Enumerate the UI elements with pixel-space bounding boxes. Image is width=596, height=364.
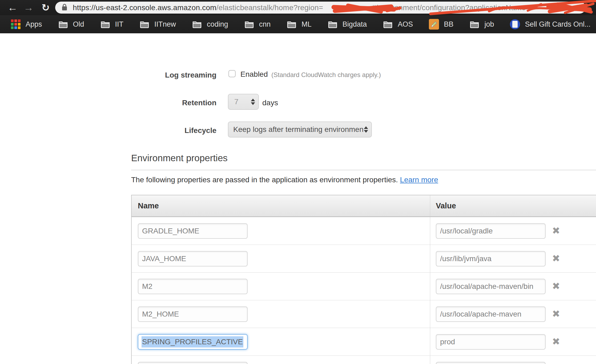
- forward-icon[interactable]: →: [22, 0, 35, 15]
- retention-select[interactable]: 7: [228, 94, 259, 110]
- url-text: https://us-east-2.console.aws.amazon.com…: [73, 3, 558, 12]
- column-divider: [430, 217, 430, 245]
- browser-toolbar: ← → ↻ https://us-east-2.console.aws.amaz…: [0, 0, 596, 15]
- bookmark-label: Old: [73, 20, 84, 29]
- cloudwatch-note: (Standard CloudWatch charges apply.): [271, 71, 381, 79]
- property-name-input[interactable]: [138, 279, 248, 294]
- table-row: ✖: [132, 272, 596, 300]
- property-name-input[interactable]: [138, 251, 248, 266]
- property-name-input[interactable]: [138, 306, 248, 322]
- reload-icon[interactable]: ↻: [39, 0, 52, 15]
- bookmark-item[interactable]: Apps: [11, 20, 42, 29]
- apps-grid-icon: [11, 20, 21, 29]
- folder-icon: [139, 20, 150, 29]
- retention-value: 7: [228, 98, 239, 106]
- bookmark-label: Sell Gift Cards Onl...: [525, 20, 590, 29]
- property-value-input[interactable]: [436, 251, 546, 266]
- learn-more-link[interactable]: Learn more: [400, 176, 438, 184]
- delete-property-icon[interactable]: ✖: [552, 253, 560, 264]
- property-value-input[interactable]: [436, 334, 546, 350]
- property-value-input[interactable]: [436, 223, 546, 239]
- table-row: [132, 355, 596, 364]
- environment-properties-table: Name Value ✖ ✖ ✖ ✖: [131, 195, 596, 364]
- selected-text: SPRING_PROFILES_ACTIVE: [142, 336, 243, 347]
- folder-icon: [469, 20, 480, 29]
- log-streaming-label: Log streaming: [104, 71, 216, 79]
- bookmark-label: job: [484, 20, 494, 29]
- bookmark-item[interactable]: AOS: [383, 20, 413, 29]
- bookmark-item[interactable]: Old: [58, 20, 84, 29]
- bookmark-label: ML: [301, 20, 312, 29]
- folder-icon: [328, 20, 338, 29]
- pencil-icon: [429, 20, 439, 29]
- delete-property-icon[interactable]: ✖: [552, 336, 560, 347]
- giftcard-icon: [510, 20, 520, 29]
- folder-icon: [100, 20, 110, 29]
- bookmarks-bar: AppsOldIITIITnewcodingcnnMLBigdataAOSBBj…: [0, 15, 596, 33]
- table-row: ✖: [132, 217, 596, 245]
- bookmark-label: IIT: [115, 20, 124, 29]
- folder-icon: [383, 20, 393, 29]
- bookmark-label: cnn: [259, 20, 271, 29]
- column-divider: [430, 245, 430, 272]
- lifecycle-value: Keep logs after terminating environmen: [228, 125, 364, 134]
- bookmark-label: Bigdata: [343, 20, 367, 29]
- section-divider: [131, 170, 596, 170]
- bookmark-item[interactable]: IITnew: [139, 20, 176, 29]
- property-value-input[interactable]: [436, 279, 546, 294]
- delete-property-icon[interactable]: ✖: [552, 225, 560, 236]
- column-divider: [430, 300, 430, 328]
- url-path: /elasticbeanstalk/home?region=: [216, 3, 323, 12]
- delete-property-icon[interactable]: ✖: [552, 308, 560, 319]
- url-fragment: #/environment/configuration?applicationN…: [372, 3, 526, 12]
- folder-icon: [287, 20, 297, 29]
- property-value-input[interactable]: [436, 362, 546, 364]
- table-header: Name Value: [132, 195, 596, 217]
- url-host: https://us-east-2.console.aws.amazon.com: [73, 3, 216, 12]
- bookmark-label: IITnew: [154, 20, 176, 29]
- bookmark-label: AOS: [398, 20, 413, 29]
- stepper-arrows-icon: [364, 126, 368, 133]
- delete-property-icon[interactable]: ✖: [552, 281, 560, 292]
- address-bar[interactable]: https://us-east-2.console.aws.amazon.com…: [55, 2, 586, 14]
- table-row: ✖: [132, 245, 596, 272]
- bookmark-item[interactable]: IIT: [100, 20, 124, 29]
- property-value-input[interactable]: [436, 306, 546, 322]
- bookmark-item[interactable]: job: [469, 20, 494, 29]
- bookmark-label: Apps: [26, 20, 42, 29]
- bookmark-item[interactable]: Sell Gift Cards Onl...: [510, 20, 590, 29]
- log-streaming-checkbox[interactable]: [228, 70, 236, 77]
- property-name-input-focused[interactable]: SPRING_PROFILES_ACTIVE: [138, 334, 248, 350]
- table-row: SPRING_PROFILES_ACTIVE ✖: [132, 328, 596, 355]
- bookmark-item[interactable]: Bigdata: [328, 20, 367, 29]
- lifecycle-label: Lifecycle: [104, 126, 216, 135]
- folder-icon: [58, 20, 68, 29]
- table-row: ✖: [132, 300, 596, 328]
- section-description: The following properties are passed in t…: [131, 176, 438, 184]
- column-divider: [430, 328, 430, 355]
- section-title: Environment properties: [131, 153, 228, 163]
- days-label: days: [262, 99, 278, 107]
- property-name-input[interactable]: [138, 362, 248, 364]
- bookmark-item[interactable]: ML: [287, 20, 312, 29]
- bookmark-label: BB: [444, 20, 453, 29]
- bookmark-star-icon[interactable]: ☆: [573, 3, 581, 13]
- lock-icon: [61, 3, 68, 12]
- folder-icon: [244, 20, 254, 29]
- column-header-value: Value: [436, 201, 456, 210]
- folder-icon: [192, 20, 202, 29]
- column-divider: [430, 356, 430, 364]
- back-icon[interactable]: ←: [6, 0, 19, 15]
- page-content: Log streaming Enabled (Standard CloudWat…: [0, 33, 596, 364]
- lifecycle-select[interactable]: Keep logs after terminating environmen: [228, 122, 372, 137]
- property-name-input[interactable]: [138, 223, 248, 239]
- enabled-label: Enabled: [240, 70, 268, 79]
- section-description-text: The following properties are passed in t…: [131, 176, 398, 184]
- column-header-name: Name: [138, 201, 159, 210]
- bookmark-item[interactable]: cnn: [244, 20, 271, 29]
- column-divider: [430, 273, 430, 300]
- bookmark-label: coding: [207, 20, 228, 29]
- bookmark-item[interactable]: coding: [192, 20, 228, 29]
- bookmark-item[interactable]: BB: [429, 20, 453, 29]
- column-divider: [430, 195, 430, 216]
